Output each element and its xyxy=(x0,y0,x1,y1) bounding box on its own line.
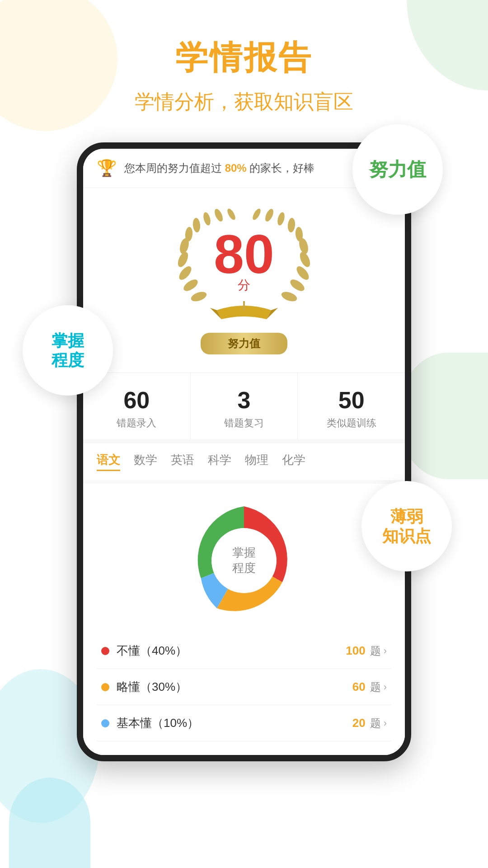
stat-item-wrong-review: 3 错题复习 xyxy=(191,373,298,439)
legend-item-0[interactable]: 不懂（40%） 100 题 › xyxy=(97,633,391,669)
stat-label-2: 类似题训练 xyxy=(327,416,376,430)
svg-point-12 xyxy=(295,264,311,282)
legend-unit-0: 题 xyxy=(370,644,381,658)
score-unit: 分 xyxy=(238,277,250,294)
page-subtitle: 学情分析，获取知识盲区 xyxy=(135,89,353,115)
tab-english[interactable]: 英语 xyxy=(171,452,194,471)
badge-mastery: 掌握程度 xyxy=(23,305,113,396)
svg-point-9 xyxy=(226,208,237,221)
tab-science[interactable]: 科学 xyxy=(208,452,231,471)
page-title: 学情报告 xyxy=(175,36,313,80)
phone-frame: 🏆 您本周的努力值超过 80% 的家长，好棒 xyxy=(77,142,411,761)
tab-math[interactable]: 数学 xyxy=(134,452,157,471)
svg-point-19 xyxy=(251,208,262,221)
legend-count-1: 60 xyxy=(352,680,366,694)
badge-mastery-text: 掌握程度 xyxy=(52,331,84,370)
stat-label-1: 错题复习 xyxy=(224,416,264,430)
badge-effort: 努力值 xyxy=(352,124,443,215)
score-center: 80 分 xyxy=(214,227,274,294)
stats-row: 60 错题录入 3 错题复习 50 类似题训练 xyxy=(83,373,405,439)
svg-point-0 xyxy=(190,290,208,303)
legend-dot-2 xyxy=(101,719,109,727)
stat-label-0: 错题录入 xyxy=(117,416,156,430)
trophy-icon: 🏆 xyxy=(97,159,117,178)
legend-unit-1: 题 xyxy=(370,680,381,694)
svg-point-16 xyxy=(287,217,296,232)
legend-text-2: 基本懂（10%） xyxy=(117,715,352,731)
donut-center-label: 掌握程度 xyxy=(232,545,256,576)
svg-point-7 xyxy=(202,212,211,226)
chart-section: 掌握程度 不懂（40%） 100 题 › 略懂（30% xyxy=(83,484,405,755)
legend-arrow-1: › xyxy=(384,681,387,693)
laurel-wrapper: 80 分 xyxy=(167,202,321,328)
bg-decoration-bottom-left2 xyxy=(9,778,90,868)
svg-point-10 xyxy=(280,290,298,303)
svg-point-11 xyxy=(288,277,306,293)
svg-point-18 xyxy=(263,208,275,222)
legend-list: 不懂（40%） 100 题 › 略懂（30%） 60 题 › xyxy=(97,633,391,741)
tab-chinese[interactable]: 语文 xyxy=(97,452,120,471)
tab-chemistry[interactable]: 化学 xyxy=(282,452,305,471)
phone-screen: 🏆 您本周的努力值超过 80% 的家长，好棒 xyxy=(83,149,405,755)
svg-point-1 xyxy=(182,277,200,293)
svg-point-2 xyxy=(177,264,194,282)
legend-text-0: 不懂（40%） xyxy=(117,643,346,659)
trophy-text: 您本周的努力值超过 80% 的家长，好棒 xyxy=(124,161,314,175)
score-number: 80 xyxy=(214,227,274,281)
donut-chart: 掌握程度 xyxy=(181,497,307,624)
legend-unit-2: 题 xyxy=(370,716,381,731)
stat-number-0: 60 xyxy=(123,387,150,414)
legend-count-0: 100 xyxy=(346,644,365,658)
legend-dot-0 xyxy=(101,647,109,655)
stat-number-2: 50 xyxy=(338,387,365,414)
subject-tabs: 语文 数学 英语 科学 物理 化学 xyxy=(83,443,405,480)
legend-item-2[interactable]: 基本懂（10%） 20 题 › xyxy=(97,705,391,741)
svg-point-8 xyxy=(213,208,224,222)
legend-text-1: 略懂（30%） xyxy=(117,679,352,695)
badge-weak-points-text: 薄弱知识点 xyxy=(382,507,431,546)
score-section: 80 分 努力值 xyxy=(83,188,405,373)
legend-arrow-0: › xyxy=(384,645,387,657)
phone-mockup: 努力值 掌握程度 薄弱知识点 🏆 您本周的努力值超过 80% 的家长，好棒 xyxy=(59,142,429,761)
legend-count-2: 20 xyxy=(352,716,366,730)
badge-effort-text: 努力值 xyxy=(369,158,426,181)
svg-point-6 xyxy=(192,217,201,232)
tab-physics[interactable]: 物理 xyxy=(245,452,268,471)
score-label-banner: 努力值 xyxy=(201,333,287,354)
legend-item-1[interactable]: 略懂（30%） 60 题 › xyxy=(97,669,391,705)
trophy-highlight: 80% xyxy=(225,162,247,174)
svg-point-17 xyxy=(276,212,286,226)
legend-dot-1 xyxy=(101,683,109,691)
stat-number-1: 3 xyxy=(238,387,251,414)
stat-item-similar-practice: 50 类似题训练 xyxy=(298,373,405,439)
stat-item-wrong-entry: 60 错题录入 xyxy=(83,373,191,439)
badge-weak-points: 薄弱知识点 xyxy=(361,481,452,571)
legend-arrow-2: › xyxy=(384,717,387,729)
